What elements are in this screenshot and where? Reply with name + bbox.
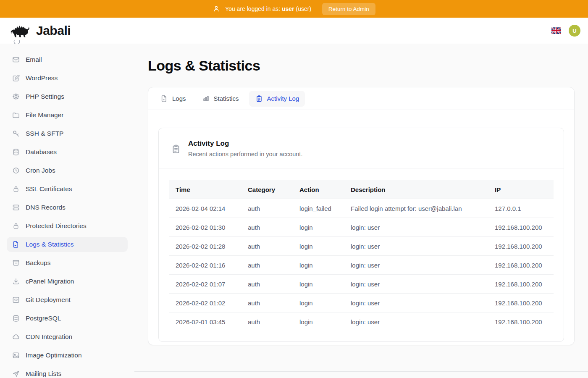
sidebar-item-label: PHP Settings [26,93,64,100]
table-cell: login [293,237,344,256]
server-icon [12,203,20,212]
table-cell: 192.168.100.200 [488,294,554,312]
table-cell: login: user [344,275,488,294]
sidebar-item-protected-directories[interactable]: Protected Directories [7,218,128,234]
tab-label: Activity Log [267,95,299,102]
column-header-description: Description [344,180,488,199]
sidebar-item-label: DNS Records [26,204,66,211]
table-cell: login: user [344,218,488,237]
sidebar-item-label: PostgreSQL [26,315,61,322]
sidebar-item-cpanel-migration[interactable]: cPanel Migration [7,274,128,289]
main-content: Logs & Statistics LogsStatisticsActivity… [134,44,588,378]
database-icon [12,314,20,323]
tab-label: Logs [172,95,186,102]
download-icon [12,277,20,286]
sidebar-item-mailing-lists[interactable]: Mailing Lists [7,366,128,378]
sidebar-item-label: CDN Integration [26,333,72,341]
clipboard-icon [255,94,263,103]
table-cell: auth [241,294,293,312]
document-icon [12,240,20,249]
table-row: 2026-02-02 01:28authloginlogin: user192.… [169,237,554,256]
sidebar-item-label: Logs & Statistics [26,241,74,248]
table-cell: 192.168.100.200 [488,312,554,331]
sidebar-item-label: SSL Certificates [26,185,72,193]
image-icon [12,351,20,360]
table-header-row: TimeCategoryActionDescriptionIP [169,180,554,199]
boar-logo-icon [10,23,32,39]
column-header-category: Category [241,180,293,199]
table-row: 2026-02-04 02:14authlogin_failedFailed l… [169,199,554,218]
sidebar-item-image-optimization[interactable]: Image Optimization [7,348,128,363]
sidebar-item-dns-records[interactable]: DNS Records [7,200,128,215]
sidebar-item-php-settings[interactable]: PHP Settings [7,89,128,104]
uk-flag-icon[interactable] [551,27,561,34]
sidebar-item-git-deployment[interactable]: Git Deployment [7,292,128,307]
page-title: Logs & Statistics [148,58,575,73]
pencil-square-icon [12,74,20,82]
sidebar-item-file-manager[interactable]: File Manager [7,108,128,123]
partial-circle-icon [13,40,21,44]
sidebar-item-databases[interactable]: Databases [7,144,128,160]
table-cell: auth [241,256,293,275]
sidebar-item-label: Mailing Lists [26,370,61,378]
table-cell: auth [241,237,293,256]
column-header-time: Time [169,180,241,199]
sidebar-item-label: Email [26,56,42,63]
table-row: 2026-02-02 01:16authloginlogin: user192.… [169,256,554,275]
sidebar-item-cron-jobs[interactable]: Cron Jobs [7,163,128,178]
sidebar-item-cdn-integration[interactable]: CDN Integration [7,329,128,344]
sidebar-item-logs-statistics[interactable]: Logs & Statistics [7,237,128,252]
table-cell: 2026-02-04 02:14 [169,199,241,218]
table-cell: 2026-02-02 01:30 [169,218,241,237]
sidebar-item-label: Git Deployment [26,296,71,304]
sidebar-item-email[interactable]: Email [7,52,128,67]
table-row: 2026-02-02 01:30authloginlogin: user192.… [169,218,554,237]
tab-statistics[interactable]: Statistics [196,91,245,107]
card-title: Activity Log [188,139,302,148]
table-cell: 192.168.100.200 [488,218,554,237]
column-header-action: Action [293,180,344,199]
table-cell: auth [241,218,293,237]
archive-icon [12,259,20,267]
return-to-admin-button[interactable]: Return to Admin [322,3,375,15]
cloud-icon [12,333,20,341]
table-cell: 192.168.100.200 [488,237,554,256]
sidebar-item-wordpress[interactable]: WordPress [7,71,128,86]
sidebar-item-ssh-sftp[interactable]: SSH & SFTP [7,126,128,141]
sidebar-item-label: File Manager [26,111,63,119]
table-row: 2026-02-02 01:02authloginlogin: user192.… [169,294,554,312]
brand-logo[interactable]: Jabali [10,23,71,39]
sidebar-item-postgresql[interactable]: PostgreSQL [7,311,128,326]
activity-log-card: Activity Log Recent actions performed in… [158,128,564,342]
table-cell: login_failed [293,199,344,218]
table-cell: 2026-02-02 01:02 [169,294,241,312]
table-cell: login: user [344,294,488,312]
table-row: 2026-02-01 03:45authloginlogin: user192.… [169,312,554,331]
sidebar-item-backups[interactable]: Backups [7,255,128,270]
sidebar-item-label: Cron Jobs [26,167,55,174]
sidebar-item-label: Protected Directories [26,222,87,230]
envelope-icon [12,55,20,64]
gear-icon [12,92,20,101]
document-icon [160,94,168,103]
tab-activity-log[interactable]: Activity Log [249,91,305,107]
table-cell: Failed login attempt for: user@jabali.la… [344,199,488,218]
table-cell: login [293,256,344,275]
table-cell: login [293,312,344,331]
bar-chart-icon [202,94,210,102]
sidebar-item-ssl-certificates[interactable]: SSL Certificates [7,181,128,197]
table-cell: auth [241,199,293,218]
clock-icon [12,166,20,175]
table-cell: login [293,218,344,237]
lock-icon [12,185,20,193]
table-row: 2026-02-02 01:07authloginlogin: user192.… [169,275,554,294]
table-cell: 2026-02-02 01:28 [169,237,241,256]
tab-logs[interactable]: Logs [154,91,192,107]
table-cell: 2026-02-01 03:45 [169,312,241,331]
key-icon [12,129,20,138]
table-cell: 2026-02-02 01:07 [169,275,241,294]
database-icon [12,148,20,156]
lock-icon [12,222,20,230]
user-avatar[interactable]: U [569,25,580,37]
login-username: user [282,5,294,12]
